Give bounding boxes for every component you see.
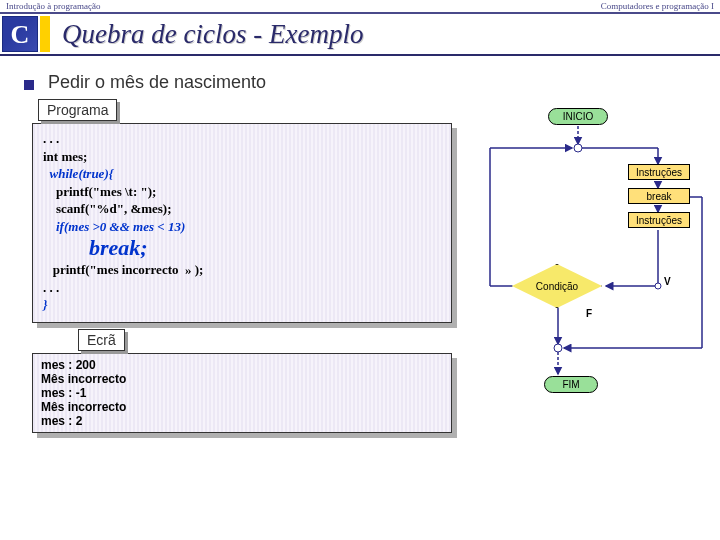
break-keyword: break; <box>43 235 441 261</box>
svg-point-1 <box>574 144 582 152</box>
c-logo: C <box>2 16 38 52</box>
screen-line: mes : 200 <box>41 358 443 372</box>
flow-start: INICIO <box>548 108 608 125</box>
bullet-row: Pedir o mês de nascimento <box>24 72 712 93</box>
code-line: if(mes >0 && mes < 13) <box>43 218 441 236</box>
header-right: Computadores e programação I <box>601 1 714 11</box>
label-false: F <box>586 308 592 319</box>
bullet-text: Pedir o mês de nascimento <box>48 72 266 93</box>
code-line: scanf("%d", &mes); <box>43 200 441 218</box>
screen-line: Mês incorrecto <box>41 372 443 386</box>
header-left: Introdução à programação <box>6 1 100 11</box>
code-line: printf("mes incorrecto » ); <box>43 261 441 279</box>
flow-instr1: Instruções <box>628 164 690 180</box>
code-box: . . . int mes; while(true){ printf("mes … <box>32 123 452 323</box>
screen-line: mes : -1 <box>41 386 443 400</box>
yellow-accent <box>40 16 50 52</box>
slide-title: Quebra de ciclos - Exemplo <box>62 19 363 50</box>
title-bar: C Quebra de ciclos - Exemplo <box>0 14 720 54</box>
header-bar: Introdução à programação Computadores e … <box>0 0 720 14</box>
flow-break: break <box>628 188 690 204</box>
flowchart: INICIO Instruções break Instruções Condi… <box>478 108 710 438</box>
cond-label: Condição <box>536 281 578 292</box>
code-line: . . . <box>43 130 441 148</box>
code-line: int mes; <box>43 148 441 166</box>
code-line: while(true){ <box>43 165 441 183</box>
flow-instr2: Instruções <box>628 212 690 228</box>
svg-point-7 <box>655 283 661 289</box>
title-underline <box>0 54 720 56</box>
label-true: V <box>664 276 671 287</box>
code-line: } <box>43 296 441 314</box>
screen-line: Mês incorrecto <box>41 400 443 414</box>
svg-point-10 <box>554 344 562 352</box>
code-line: printf("mes \t: "); <box>43 183 441 201</box>
screen-label: Ecrã <box>78 329 125 351</box>
flow-end: FIM <box>544 376 598 393</box>
flow-condition: Condição <box>512 264 602 308</box>
screen-box: mes : 200 Mês incorrecto mes : -1 Mês in… <box>32 353 452 433</box>
code-line: . . . <box>43 279 441 297</box>
bullet-icon <box>24 80 34 90</box>
program-label: Programa <box>38 99 117 121</box>
screen-line: mes : 2 <box>41 414 443 428</box>
